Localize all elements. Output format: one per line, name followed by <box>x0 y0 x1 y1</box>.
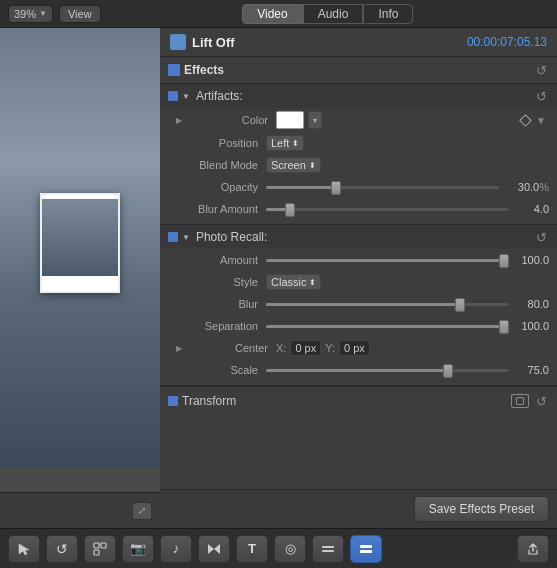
right-panel: Lift Off 00:00:07:05.13 Effects ↺ ▼ Arti… <box>160 28 557 528</box>
center-y-label: Y: <box>325 342 335 354</box>
blur-amount-slider[interactable] <box>266 201 509 217</box>
center-x-value[interactable]: 0 px <box>290 340 321 356</box>
blur-row: Blur 80.0 <box>160 293 557 315</box>
separation-fill <box>266 325 509 328</box>
opacity-track <box>266 186 499 189</box>
zoom-arrow-icon: ▼ <box>39 9 47 18</box>
bottom-toolbar: ↺ 📷 ♪ T ◎ <box>0 528 557 568</box>
clip-title-row: Lift Off <box>170 34 235 50</box>
toolbar-audio-button[interactable]: ♪ <box>160 535 192 563</box>
toolbar-snapshot-button[interactable]: 📷 <box>122 535 154 563</box>
separation-slider[interactable] <box>266 318 509 334</box>
scale-thumb[interactable] <box>443 364 453 378</box>
save-effects-preset-button[interactable]: Save Effects Preset <box>414 496 549 522</box>
tab-info[interactable]: Info <box>363 4 413 24</box>
photo-recall-triangle-icon: ▼ <box>182 233 190 242</box>
separation-value: 100.0 <box>509 320 549 332</box>
toolbar-share-button[interactable] <box>517 535 549 563</box>
effects-reset-button[interactable]: ↺ <box>533 62 549 78</box>
effects-section-header: Effects ↺ <box>160 57 557 84</box>
top-bar: 39% ▼ View Video Audio Info <box>0 0 557 28</box>
amount-thumb[interactable] <box>499 254 509 268</box>
artifacts-icon <box>168 91 178 101</box>
preview-bottom: ⤢ <box>0 492 160 528</box>
blend-mode-row: Blend Mode Screen ⬍ <box>160 154 557 176</box>
scale-track <box>266 369 509 372</box>
svg-marker-5 <box>214 544 220 554</box>
blend-mode-value: Screen <box>271 159 306 171</box>
blur-label: Blur <box>176 298 266 310</box>
toolbar-transition-button[interactable] <box>198 535 230 563</box>
amount-slider[interactable] <box>266 252 509 268</box>
svg-rect-2 <box>101 543 106 548</box>
separation-control <box>266 318 509 334</box>
color-keyframe-button[interactable] <box>517 112 533 128</box>
separation-thumb[interactable] <box>499 320 509 334</box>
artifacts-reset-button[interactable]: ↺ <box>533 88 549 104</box>
save-area: Save Effects Preset <box>160 489 557 528</box>
style-control: Classic ⬍ <box>266 274 549 290</box>
photo-recall-label: Photo Recall: <box>196 230 529 244</box>
amount-fill <box>266 259 509 262</box>
opacity-thumb[interactable] <box>331 181 341 195</box>
svg-marker-0 <box>19 544 29 555</box>
toolbar-theme-button[interactable] <box>312 535 344 563</box>
color-dropdown-button[interactable]: ▼ <box>308 111 322 129</box>
toolbar-undo-button[interactable]: ↺ <box>46 535 78 563</box>
blur-amount-label: Blur Amount <box>176 203 266 215</box>
toolbar-select-button[interactable] <box>8 535 40 563</box>
photo-recall-reset-button[interactable]: ↺ <box>533 229 549 245</box>
style-select[interactable]: Classic ⬍ <box>266 274 321 290</box>
position-value: Left <box>271 137 289 149</box>
zoom-control[interactable]: 39% ▼ <box>8 5 53 23</box>
blend-mode-label: Blend Mode <box>176 159 266 171</box>
toolbar-connection-button[interactable] <box>350 535 382 563</box>
svg-rect-7 <box>322 550 334 552</box>
main-layout: ⤢ Lift Off 00:00:07:05.13 Effects ↺ <box>0 28 557 528</box>
transform-crop-icon[interactable] <box>511 394 529 408</box>
clip-header: Lift Off 00:00:07:05.13 <box>160 28 557 57</box>
toolbar-blade-button[interactable] <box>84 535 116 563</box>
opacity-slider[interactable] <box>266 179 499 195</box>
preview-image <box>0 28 160 468</box>
scale-slider[interactable] <box>266 362 509 378</box>
effects-icon <box>168 64 180 76</box>
transform-crop-inner <box>516 397 524 405</box>
artifacts-triangle-icon: ▼ <box>182 92 190 101</box>
blur-control <box>266 296 509 312</box>
transform-header: Transform ↺ <box>160 386 557 415</box>
center-y-value[interactable]: 0 px <box>339 340 370 356</box>
zoom-value: 39% <box>14 8 36 20</box>
blur-thumb[interactable] <box>285 203 295 217</box>
toolbar-text-button[interactable]: T <box>236 535 268 563</box>
blur-pr-fill <box>266 303 460 306</box>
color-reset-button[interactable]: ▼ <box>533 112 549 128</box>
transform-label: Transform <box>182 394 507 408</box>
opacity-fill <box>266 186 336 189</box>
blur-slider[interactable] <box>266 296 509 312</box>
artifacts-header: ▼ Artifacts: ↺ <box>160 84 557 108</box>
tab-video[interactable]: Video <box>242 4 302 24</box>
opacity-control <box>266 179 499 195</box>
blur-pr-thumb[interactable] <box>455 298 465 312</box>
color-swatch[interactable] <box>276 111 304 129</box>
svg-marker-4 <box>208 544 214 554</box>
position-select[interactable]: Left ⬍ <box>266 135 304 151</box>
artifacts-label: Artifacts: <box>196 89 529 103</box>
svg-rect-3 <box>94 550 99 555</box>
transform-reset-button[interactable]: ↺ <box>533 393 549 409</box>
position-label: Position <box>176 137 266 149</box>
style-row: Style Classic ⬍ <box>160 271 557 293</box>
photo-frame <box>40 193 120 293</box>
toolbar-generator-button[interactable]: ◎ <box>274 535 306 563</box>
blend-mode-select[interactable]: Screen ⬍ <box>266 157 321 173</box>
color-row: ▶ Color ▼ ▼ <box>160 108 557 132</box>
amount-label: Amount <box>176 254 266 266</box>
transform-icons: ↺ <box>511 393 549 409</box>
tab-audio[interactable]: Audio <box>303 4 364 24</box>
amount-value: 100.0 <box>509 254 549 266</box>
view-button[interactable]: View <box>59 5 101 23</box>
fullscreen-button[interactable]: ⤢ <box>132 502 152 520</box>
blur-pr-track <box>266 303 509 306</box>
blend-arrow-icon: ⬍ <box>309 161 316 170</box>
